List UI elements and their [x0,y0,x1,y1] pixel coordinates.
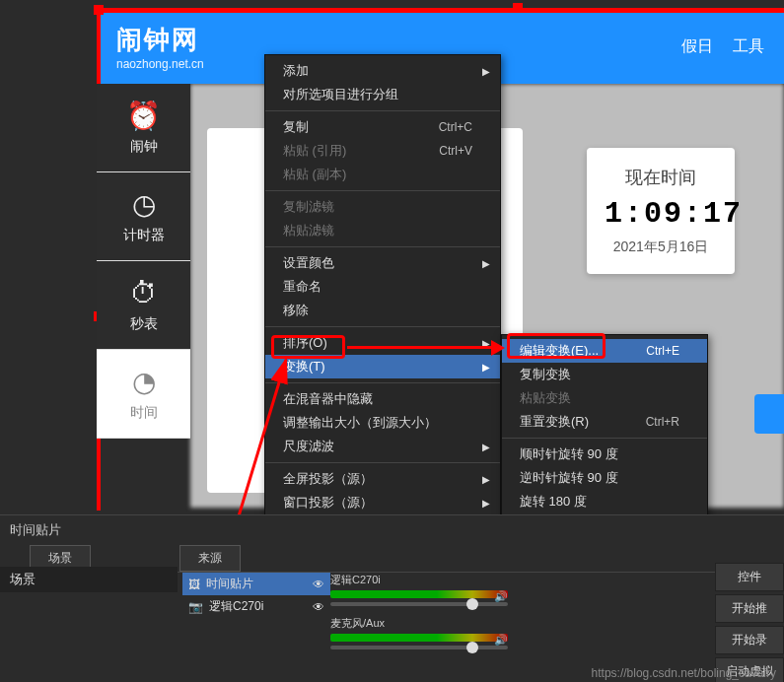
menu-copy[interactable]: 复制Ctrl+C [265,115,500,139]
camera-icon: 📷 [188,600,203,614]
btn-start-stream[interactable]: 开始推 [715,594,784,623]
mixer-source-label: 逻辑C270i [330,573,508,587]
slider-knob[interactable] [466,598,478,610]
selection-handle[interactable] [513,3,523,13]
menu-transform[interactable]: 变换(T)▶ [265,355,500,378]
selection-handle[interactable] [94,5,104,15]
submenu-rotate-cw90[interactable]: 顺时针旋转 90 度 [502,443,707,466]
menu-separator [265,382,500,383]
submenu-reset-transform[interactable]: 重置变换(R)Ctrl+R [502,410,707,434]
source-label: 时间贴片 [206,576,253,592]
source-label: 逻辑C270i [209,598,263,615]
time-clock: 1:09:17 [605,197,717,231]
menu-paste-filter: 粘贴滤镜 [265,219,500,242]
time-card: 现在时间 1:09:17 2021年5月16日 [587,148,735,274]
menu-set-color[interactable]: 设置颜色▶ [265,251,500,275]
blue-button-fragment[interactable] [754,394,784,434]
submenu-arrow-icon: ▶ [482,498,490,509]
watermark: https://blog.csdn.net/boling_cavalry [592,666,776,680]
menu-separator [265,462,500,463]
source-item-time[interactable]: 🖼 时间贴片 👁 [182,573,330,595]
submenu-arrow-icon: ▶ [482,442,490,452]
sidenav-alarm[interactable]: ⏰ 闹钟 [97,84,190,172]
menu-remove[interactable]: 移除 [265,299,500,322]
submenu-arrow-icon: ▶ [482,66,490,77]
menu-separator [265,110,500,111]
sidenav-time-label: 时间 [130,404,158,422]
scene-item[interactable]: 场景 [0,567,178,592]
site-subtitle: naozhong.net.cn [116,57,204,71]
menu-paste-dup: 粘贴 (副本) [265,163,500,186]
submenu-arrow-icon: ▶ [482,474,490,485]
visibility-icon[interactable]: 👁 [313,578,324,591]
image-icon: 🖼 [188,578,200,591]
menu-separator [265,190,500,191]
site-logo: 闹钟网 naozhong.net.cn [116,23,204,71]
time-date: 2021年5月16日 [605,239,717,256]
sidenav-time[interactable]: ◔ 时间 [97,350,190,439]
menu-scale-filter[interactable]: 尺度滤波▶ [265,435,500,458]
menu-fullscreen-proj[interactable]: 全屏投影（源）▶ [265,467,500,491]
menu-group[interactable]: 对所选项目进行分组 [265,83,500,106]
time-label: 现在时间 [605,166,717,189]
obs-dock: 时间贴片 场景 来源 场景 🖼 时间贴片 👁 📷 逻辑C270i 👁 逻辑C27… [0,514,784,682]
annotation-arrow-line [347,346,493,349]
annotation-arrow-head [491,340,505,356]
sidenav-stopwatch[interactable]: ⏱ 秒表 [97,261,190,350]
source-item-camera[interactable]: 📷 逻辑C270i 👁 [182,595,330,618]
panel-title: 时间贴片 [0,515,784,545]
submenu-edit-transform[interactable]: 编辑变换(E)...Ctrl+E [502,339,707,363]
menu-window-proj[interactable]: 窗口投影（源）▶ [265,491,500,514]
menu-separator [265,246,500,247]
alarm-icon: ⏰ [126,100,161,132]
timer-icon: ◷ [132,188,156,221]
submenu-arrow-icon: ▶ [482,258,490,269]
btn-start-rec[interactable]: 开始录 [715,626,784,654]
menu-hide-mixer[interactable]: 在混音器中隐藏 [265,387,500,411]
audio-meter [330,634,508,642]
sidenav-alarm-label: 闹钟 [130,138,158,156]
tab-sources[interactable]: 来源 [179,545,241,572]
stopwatch-icon: ⏱ [130,277,158,309]
menu-order[interactable]: 排序(O)▶ [265,331,500,355]
mixer-mic-label: 麦克风/Aux [330,616,508,631]
menu-resize-output[interactable]: 调整输出大小（到源大小） [265,411,500,435]
submenu-rotate-ccw90[interactable]: 逆时针旋转 90 度 [502,466,707,490]
site-title: 闹钟网 [116,23,204,57]
audio-mixer: 逻辑C270i 🔊 麦克风/Aux 🔊 [330,573,508,659]
submenu-copy-transform[interactable]: 复制变换 [502,363,707,386]
menu-paste-ref: 粘贴 (引用)Ctrl+V [265,139,500,163]
menu-copy-filter: 复制滤镜 [265,195,500,219]
controls-panel: 控件 开始推 开始录 启动虚拟 工作室 [715,563,784,682]
sidenav-timer-label: 计时器 [123,227,165,244]
sources-panel: 🖼 时间贴片 👁 📷 逻辑C270i 👁 [182,573,330,618]
visibility-icon[interactable]: 👁 [313,600,324,614]
volume-slider[interactable] [330,646,508,649]
side-nav: ⏰ 闹钟 ◷ 计时器 ⏱ 秒表 ◔ 时间 [97,84,190,439]
slider-knob[interactable] [466,642,478,653]
menu-separator [265,326,500,327]
submenu-paste-transform: 粘贴变换 [502,386,707,410]
audio-meter [330,590,508,598]
submenu-rotate-180[interactable]: 旋转 180 度 [502,490,707,513]
nav-tools[interactable]: 工具 [733,36,764,57]
sidenav-stopwatch-label: 秒表 [130,315,158,333]
submenu-arrow-icon: ▶ [482,362,490,373]
menu-separator [502,438,707,439]
menu-rename[interactable]: 重命名 [265,275,500,299]
sidenav-timer[interactable]: ◷ 计时器 [97,172,190,261]
clock-icon: ◔ [132,366,156,398]
volume-slider[interactable] [330,602,508,606]
btn-controls[interactable]: 控件 [715,563,784,591]
nav-holiday[interactable]: 假日 [681,36,713,57]
menu-add[interactable]: 添加▶ [265,59,500,83]
